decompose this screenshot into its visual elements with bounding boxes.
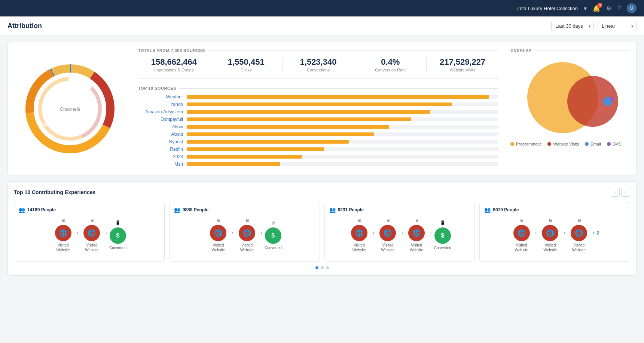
carousel-prev-button[interactable]: ‹ <box>611 188 620 197</box>
exp-people-count: 👥 8231 People <box>329 207 470 213</box>
pagination-dot-2[interactable] <box>321 266 324 269</box>
exp-arrow: › <box>77 230 79 236</box>
bar-row: Redfin <box>138 147 498 152</box>
stat-website-visits: 217,529,227 Website Visits <box>427 57 498 72</box>
bar-fill <box>187 110 430 114</box>
step-icon: 🌐 <box>239 225 255 241</box>
carousel-next-button[interactable]: › <box>621 188 630 197</box>
step-icon: $ <box>434 227 451 244</box>
avatar[interactable]: U <box>627 3 637 13</box>
page-title: Attribution <box>7 22 42 30</box>
legend-dot-website-visits <box>547 142 551 146</box>
bar-fill <box>187 140 349 144</box>
bar-track <box>187 147 498 151</box>
legend-dot-email <box>585 142 589 146</box>
stat-conversions: 1,523,340 Conversions <box>283 57 355 72</box>
step-symbol: 🌐 <box>214 229 222 237</box>
bar-row: Nypost <box>138 139 498 144</box>
conversions-value: 1,523,340 <box>287 57 350 67</box>
legend-label-programmatic: Programmatic <box>516 142 541 146</box>
pagination-dot-1[interactable] <box>315 266 318 269</box>
bar-row: Yahoo <box>138 102 498 107</box>
step-symbol: 🌐 <box>59 229 67 237</box>
exp-step: 🖥 🌐 Visited Website <box>236 218 258 252</box>
exp-arrow: › <box>232 230 234 236</box>
device-icon: 🖥 <box>548 218 552 223</box>
step-symbol: 🌐 <box>88 229 96 237</box>
impressions-value: 158,662,464 <box>143 57 205 67</box>
bar-label: Weather <box>138 94 183 99</box>
exp-step: 🖥 🌐 Visited Website <box>539 218 561 252</box>
step-symbol: $ <box>271 232 275 239</box>
experience-card: 👥 14189 People 🖥 🌐 Visited Website › 🖥 🌐… <box>14 202 165 262</box>
main-content: Other Website Visits Programmatic Displa… <box>0 36 644 282</box>
experiences-title: Top 10 Contributing Experiences <box>14 189 95 195</box>
exp-arrow: › <box>535 230 537 236</box>
device-icon: 🖥 <box>90 218 94 223</box>
notification-bell[interactable]: 🔔 3 <box>593 5 600 12</box>
website-visits-label: Website Visits <box>431 68 494 72</box>
people-count: 9888 People <box>183 207 208 212</box>
website-visits-value: 217,529,227 <box>431 57 494 67</box>
device-icon: 🖥 <box>61 218 65 223</box>
chevron-down-icon[interactable]: ▾ <box>584 5 587 12</box>
donut-center-label: Channels <box>60 106 80 111</box>
bar-fill <box>187 132 374 136</box>
step-label: Visited Website <box>52 243 74 252</box>
bar-label: Msn <box>138 162 183 167</box>
people-icon: 👥 <box>484 207 491 213</box>
device-icon: 🖥 <box>271 221 275 225</box>
help-icon[interactable]: ? <box>617 5 621 12</box>
legend-programmatic: Programmatic <box>510 142 541 146</box>
exp-arrow: › <box>105 230 107 236</box>
notification-count: 3 <box>597 3 602 8</box>
exp-people-count: 👥 9888 People <box>174 207 315 213</box>
step-label: Visited Website <box>236 243 258 252</box>
exp-step: 🖥 🌐 Visited Website <box>376 218 399 252</box>
step-label: Converted <box>109 245 126 250</box>
donut-chart: Other Website Visits Programmatic Displa… <box>18 56 122 161</box>
step-label: Visited Website <box>568 243 590 252</box>
step-icon: 🌐 <box>542 225 558 241</box>
overlap-circle-sms <box>610 97 614 101</box>
attribution-model-select[interactable]: Linear First Touch Last Touch <box>598 21 637 31</box>
exp-step: 🖥 🌐 Visited Website <box>52 218 74 252</box>
conversion-rate-value: 0.4% <box>359 57 422 67</box>
exp-plus: + 2 <box>592 230 599 236</box>
step-icon: 🌐 <box>55 225 71 241</box>
exp-step: 🖥 $ Converted <box>265 221 282 250</box>
exp-step: 🖥 🌐 Visited Website <box>348 218 370 252</box>
pagination-dot-3[interactable] <box>326 266 329 269</box>
step-icon: 🌐 <box>83 225 100 241</box>
carousel-nav-buttons: ‹ › <box>611 188 630 197</box>
brand-name: Zeta Luxury Hotel Collection <box>517 6 578 11</box>
bar-track <box>187 125 498 129</box>
step-label: Visited Website <box>207 243 229 252</box>
settings-icon[interactable]: ⚙ <box>606 5 611 12</box>
legend-label-website-visits: Website Visits <box>553 142 579 146</box>
page-header: Attribution Last 30 days Last 7 days Las… <box>0 16 644 36</box>
pagination-dots <box>14 266 630 269</box>
step-icon: 🌐 <box>210 225 226 241</box>
exp-flow: 🖥 🌐 Visited Website › 🖥 🌐 Visited Websit… <box>174 218 315 252</box>
date-range-select[interactable]: Last 30 days Last 7 days Last 90 days <box>551 21 594 31</box>
exp-arrow: › <box>401 230 403 236</box>
bar-fill <box>187 125 389 129</box>
bar-track <box>187 117 498 121</box>
step-icon: 🌐 <box>571 225 587 241</box>
device-icon: 📱 <box>115 220 120 225</box>
top-navigation: Zeta Luxury Hotel Collection ▾ 🔔 3 ⚙ ? U <box>0 0 644 16</box>
header-controls: Last 30 days Last 7 days Last 90 days Li… <box>551 21 637 31</box>
bar-row: Amazon-Adsystem <box>138 109 498 114</box>
exp-arrow: › <box>373 230 375 236</box>
device-icon: 📱 <box>440 220 445 225</box>
experience-card: 👥 8079 People 🖥 🌐 Visited Website › 🖥 🌐 … <box>479 202 630 262</box>
step-symbol: 🌐 <box>384 229 392 237</box>
step-symbol: 🌐 <box>243 229 251 237</box>
exp-flow: 🖥 🌐 Visited Website › 🖥 🌐 Visited Websit… <box>329 218 470 252</box>
bar-fill <box>187 155 302 159</box>
step-label: Visited Website <box>510 243 533 252</box>
exp-step: 🖥 🌐 Visited Website <box>510 218 533 252</box>
people-icon: 👥 <box>19 207 25 213</box>
step-icon: 🌐 <box>513 225 530 241</box>
